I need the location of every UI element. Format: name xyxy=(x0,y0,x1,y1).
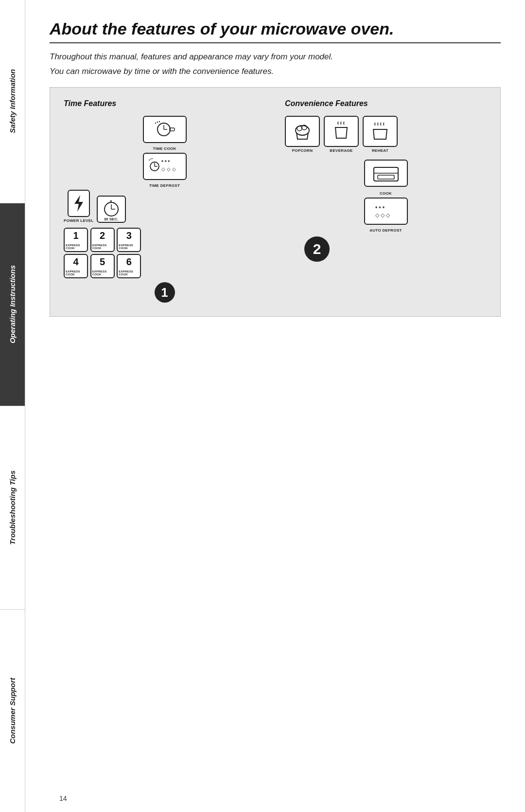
power-button[interactable] xyxy=(68,190,90,217)
svg-point-12 xyxy=(152,158,153,159)
express-btn-6[interactable]: 6 EXPRESS COOK xyxy=(117,254,141,278)
express-number-4: 4 xyxy=(73,257,78,267)
page-title: About the features of your microwave ove… xyxy=(50,19,501,43)
express-label-1: EXPRESS COOK xyxy=(66,244,86,250)
sec30-item: 30 SEC. xyxy=(97,196,126,223)
badge-2: 2 xyxy=(304,236,330,262)
power-icon xyxy=(72,194,85,213)
svg-point-3 xyxy=(155,123,156,124)
cook-caption: COOK xyxy=(380,191,392,196)
svg-point-4 xyxy=(157,122,158,123)
time-defrost-icon: * * * ◇ ◇ ◇ xyxy=(148,156,182,177)
badge-1-number: 1 xyxy=(161,285,168,300)
subtitle1: Throughout this manual, features and app… xyxy=(50,52,501,62)
popcorn-button[interactable] xyxy=(285,116,320,147)
time-defrost-caption: TIME DEFROST xyxy=(149,183,180,188)
sec30-label: 30 SEC. xyxy=(104,217,119,221)
svg-text:* * *: * * * xyxy=(161,160,170,165)
express-btn-2[interactable]: 2 EXPRESS COOK xyxy=(90,228,115,252)
convenience-features-col: Convenience Features POPCORN xyxy=(275,99,487,303)
auto-defrost-button[interactable]: * * * ◇ ◇ ◇ xyxy=(364,198,408,225)
express-cook-grid: 1 EXPRESS COOK 2 EXPRESS COOK 3 EXPRESS … xyxy=(64,228,141,278)
conv-row1: POPCORN xyxy=(285,116,487,155)
sidebar-section-troubleshooting: Troubleshooting Tips xyxy=(0,406,25,610)
time-cook-button[interactable] xyxy=(143,116,187,143)
beverage-caption: BEVERAGE xyxy=(330,148,352,153)
time-defrost-item: * * * ◇ ◇ ◇ TIME DEFROST xyxy=(64,153,265,188)
time-cook-caption: TIME COOK xyxy=(153,146,176,151)
power-level-caption: POWER LEVEL xyxy=(64,218,94,223)
subtitle2: You can microwave by time or with the co… xyxy=(50,67,501,76)
svg-point-11 xyxy=(150,159,151,160)
popcorn-icon xyxy=(292,121,313,142)
page-number: 14 xyxy=(59,794,67,802)
sec30-icon xyxy=(99,198,123,219)
svg-marker-15 xyxy=(74,195,83,212)
reheat-caption: REHEAT xyxy=(372,148,388,153)
cook-item: COOK xyxy=(285,160,487,196)
svg-text:◇ ◇ ◇: ◇ ◇ ◇ xyxy=(161,166,176,172)
express-btn-1[interactable]: 1 EXPRESS COOK xyxy=(64,228,88,252)
auto-defrost-item: * * * ◇ ◇ ◇ AUTO DEFROST xyxy=(285,198,487,233)
beverage-icon xyxy=(331,121,352,142)
badge-1: 1 xyxy=(155,282,175,303)
svg-point-10 xyxy=(149,160,150,161)
express-label-2: EXPRESS COOK xyxy=(92,244,113,250)
badge-2-number: 2 xyxy=(313,241,321,257)
sidebar-label-troubleshooting: Troubleshooting Tips xyxy=(8,470,17,545)
reheat-item: REHEAT xyxy=(363,116,398,153)
popcorn-caption: POPCORN xyxy=(292,148,313,153)
cook-button[interactable] xyxy=(364,160,408,187)
time-defrost-button[interactable]: * * * ◇ ◇ ◇ xyxy=(143,153,187,180)
sec30-button[interactable]: 30 SEC. xyxy=(97,196,126,223)
main-content: About the features of your microwave ove… xyxy=(25,0,525,812)
express-label-6: EXPRESS COOK xyxy=(119,270,139,276)
sidebar-section-operating: Operating Instructions xyxy=(0,203,25,407)
sidebar: Safety Information Operating Instruction… xyxy=(0,0,25,812)
power-item: POWER LEVEL xyxy=(64,190,94,223)
svg-text:◇ ◇ ◇: ◇ ◇ ◇ xyxy=(375,212,390,218)
express-label-4: EXPRESS COOK xyxy=(66,270,86,276)
sidebar-label-operating: Operating Instructions xyxy=(8,265,17,343)
svg-rect-28 xyxy=(378,175,394,179)
auto-defrost-icon: * * * ◇ ◇ ◇ xyxy=(371,202,401,220)
auto-defrost-caption: AUTO DEFROST xyxy=(369,228,402,233)
express-number-3: 3 xyxy=(126,231,132,240)
express-label-5: EXPRESS COOK xyxy=(92,270,113,276)
svg-text:* * *: * * * xyxy=(375,205,385,211)
popcorn-item: POPCORN xyxy=(285,116,320,153)
svg-point-22 xyxy=(297,126,302,131)
feature-box: Time Features xyxy=(50,87,501,317)
express-btn-3[interactable]: 3 EXPRESS COOK xyxy=(117,228,141,252)
time-cook-item: TIME COOK xyxy=(64,116,265,151)
beverage-button[interactable] xyxy=(324,116,359,147)
express-label-3: EXPRESS COOK xyxy=(119,244,139,250)
time-features-title: Time Features xyxy=(64,99,265,108)
reheat-icon xyxy=(369,121,391,142)
power-row: POWER LEVEL 30 SEC. xyxy=(64,190,265,225)
express-btn-5[interactable]: 5 EXPRESS COOK xyxy=(90,254,115,278)
svg-point-5 xyxy=(158,121,159,122)
cook-icon xyxy=(369,162,403,184)
convenience-features-title: Convenience Features xyxy=(285,99,487,108)
express-number-2: 2 xyxy=(100,231,105,240)
sidebar-label-safety: Safety Information xyxy=(8,69,17,133)
sidebar-section-consumer: Consumer Support xyxy=(0,610,25,812)
express-number-1: 1 xyxy=(73,231,78,240)
express-number-5: 5 xyxy=(100,257,105,267)
time-cook-icon xyxy=(153,121,176,138)
sidebar-label-consumer: Consumer Support xyxy=(8,678,17,744)
express-btn-4[interactable]: 4 EXPRESS COOK xyxy=(64,254,88,278)
time-features-col: Time Features xyxy=(64,99,275,303)
sidebar-section-safety: Safety Information xyxy=(0,0,25,203)
express-number-6: 6 xyxy=(126,257,132,267)
reheat-button[interactable] xyxy=(363,116,398,147)
beverage-item: BEVERAGE xyxy=(324,116,359,153)
